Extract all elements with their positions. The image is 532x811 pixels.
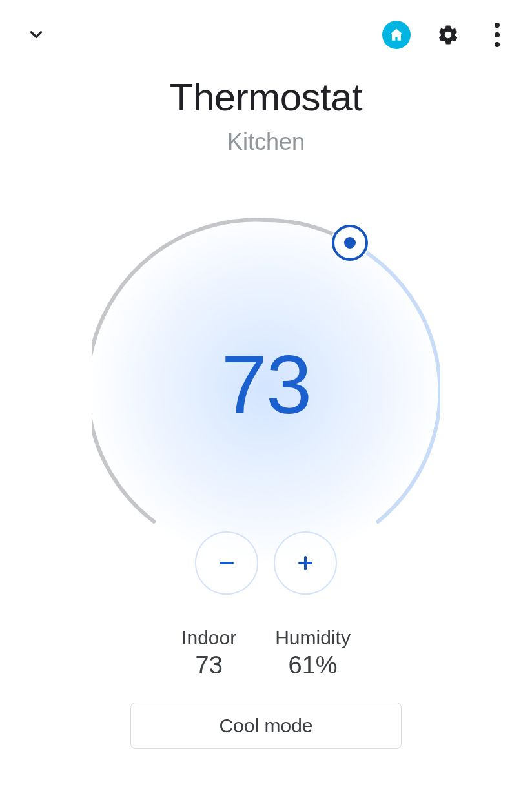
room-label: Kitchen	[0, 128, 532, 156]
page-title: Thermostat	[0, 75, 532, 119]
decrease-temperature-button[interactable]	[195, 531, 258, 595]
temperature-dial[interactable]: 73	[92, 214, 440, 562]
handle-outer-ring	[332, 225, 368, 261]
humidity-label: Humidity	[275, 627, 351, 649]
indoor-stat: Indoor 73	[181, 627, 236, 679]
home-icon[interactable]	[382, 21, 411, 49]
dot-icon	[495, 23, 500, 28]
handle-inner-dot	[344, 237, 356, 249]
dot-icon	[495, 42, 500, 47]
dot-icon	[495, 32, 500, 37]
more-vertical-icon[interactable]	[486, 21, 509, 49]
settings-gear-icon[interactable]	[434, 21, 462, 49]
indoor-label: Indoor	[181, 627, 236, 649]
indoor-value: 73	[181, 652, 236, 679]
humidity-value: 61%	[275, 652, 351, 679]
humidity-stat: Humidity 61%	[275, 627, 351, 679]
back-chevron-icon[interactable]	[23, 22, 49, 48]
temperature-handle[interactable]	[332, 225, 368, 261]
mode-button[interactable]: Cool mode	[130, 703, 402, 749]
setpoint-temperature: 73	[221, 337, 311, 432]
increase-temperature-button[interactable]	[274, 531, 337, 595]
